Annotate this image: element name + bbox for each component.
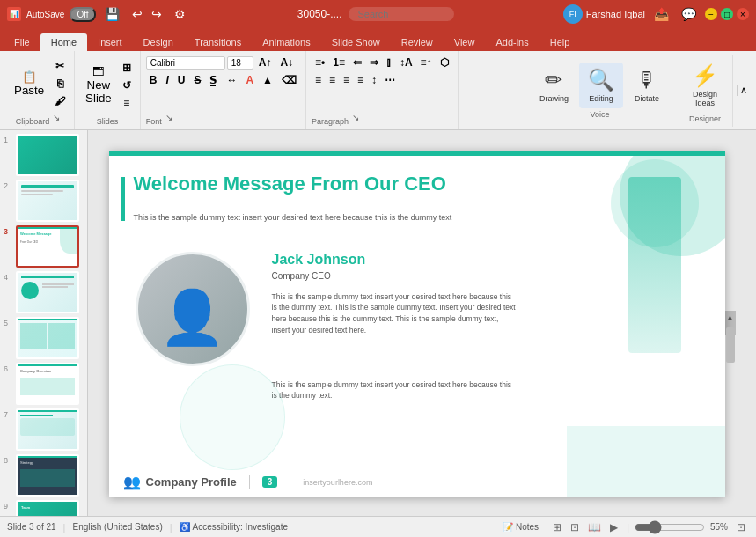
format-painter-button[interactable]: 🖌 xyxy=(51,93,69,109)
slide-item-3[interactable]: 3 Welcome Message From Our CEO xyxy=(4,225,84,268)
tab-addins[interactable]: Add-ins xyxy=(485,33,539,51)
reading-view-button[interactable]: 📖 xyxy=(584,519,605,535)
slide-thumb-3[interactable]: Welcome Message From Our CEO xyxy=(16,225,79,268)
section-button[interactable]: ≡ xyxy=(119,95,135,111)
more-para-button[interactable]: ⋯ xyxy=(381,72,399,88)
font-name-input[interactable] xyxy=(146,56,225,70)
slide-thumb-5[interactable] xyxy=(16,317,79,359)
tab-file[interactable]: File xyxy=(4,33,40,51)
line-spacing-button[interactable]: ↕ xyxy=(368,72,380,88)
bullets-button[interactable]: ≡• xyxy=(312,55,328,70)
slide-thumb-4[interactable] xyxy=(16,271,79,313)
tab-home[interactable]: Home xyxy=(40,33,87,51)
notes-button[interactable]: 📝 Notes xyxy=(497,520,544,533)
slide-thumb-2[interactable] xyxy=(16,180,79,222)
slide-title[interactable]: Welcome Message From Our CEO xyxy=(134,173,503,195)
slide-item-9[interactable]: 9 Team xyxy=(4,500,84,516)
undo-button[interactable]: ↩ xyxy=(128,5,146,23)
slide-item-5[interactable]: 5 xyxy=(4,317,84,359)
font-highlight-button[interactable]: ▲ xyxy=(259,72,276,88)
slide-item-6[interactable]: 6 Company Overview xyxy=(4,363,84,405)
vertical-scrollbar[interactable]: ▲ ▼ xyxy=(725,311,736,335)
font-grow-button[interactable]: A↑ xyxy=(255,55,275,70)
reset-button[interactable]: ↺ xyxy=(119,77,135,93)
slide-item-1[interactable]: 1 xyxy=(4,134,84,176)
slide-body-text-2[interactable]: This is the sample dummy text insert you… xyxy=(272,379,518,402)
person-title[interactable]: Company CEO xyxy=(272,271,331,281)
smartart-button[interactable]: ⬡ xyxy=(437,55,452,70)
cut-button[interactable]: ✂ xyxy=(51,58,69,74)
shadow-button[interactable]: S̲ xyxy=(206,72,221,88)
align-right-button[interactable]: ≡ xyxy=(340,72,353,88)
numbering-button[interactable]: 1≡ xyxy=(329,55,349,70)
slide-body-text-1[interactable]: This is the sample dummy text insert you… xyxy=(272,291,518,336)
copy-button[interactable]: ⎘ xyxy=(51,76,69,92)
comments-button[interactable]: 💬 xyxy=(678,5,700,23)
align-left-button[interactable]: ≡ xyxy=(312,72,325,88)
tab-transitions[interactable]: Transitions xyxy=(184,33,252,51)
font-size-input[interactable] xyxy=(227,56,253,70)
drawing-button[interactable]: ✏ Drawing xyxy=(531,63,577,108)
save-button[interactable]: 💾 xyxy=(101,5,123,23)
columns-button[interactable]: ⫿ xyxy=(383,55,395,70)
slide-thumb-9[interactable]: Team xyxy=(16,500,79,516)
decrease-indent-button[interactable]: ⇐ xyxy=(349,55,365,70)
slide-thumb-6[interactable]: Company Overview xyxy=(16,363,79,405)
clear-format-button[interactable]: ⌫ xyxy=(278,72,300,88)
close-button[interactable]: × xyxy=(737,8,749,20)
slide-canvas[interactable]: Welcome Message From Our CEO This is the… xyxy=(109,151,725,497)
strikethrough-button[interactable]: S xyxy=(190,72,204,88)
search-input[interactable] xyxy=(349,7,454,21)
slide-thumb-1[interactable] xyxy=(16,134,79,176)
tab-design[interactable]: Design xyxy=(133,33,184,51)
text-direction-button[interactable]: ↕A xyxy=(396,55,416,70)
increase-indent-button[interactable]: ⇒ xyxy=(366,55,382,70)
slideshow-button[interactable]: ▶ xyxy=(606,519,621,535)
layout-button[interactable]: ⊞ xyxy=(119,60,135,76)
tab-animations[interactable]: Animations xyxy=(252,33,320,51)
tab-view[interactable]: View xyxy=(444,33,486,51)
slide-panel[interactable]: 1 2 3 Welcome Message F xyxy=(0,130,88,516)
slide-item-8[interactable]: 8 Strategy xyxy=(4,454,84,497)
normal-view-button[interactable]: ⊞ xyxy=(549,519,565,535)
slide-sorter-button[interactable]: ⊡ xyxy=(567,519,583,535)
justify-button[interactable]: ≡ xyxy=(354,72,367,88)
editing-button[interactable]: 🔍 Editing xyxy=(579,63,623,108)
redo-button[interactable]: ↪ xyxy=(148,5,165,23)
ribbon-collapse-button[interactable]: ∧ xyxy=(737,85,749,96)
align-center-button[interactable]: ≡ xyxy=(326,72,339,88)
font-shrink-button[interactable]: A↓ xyxy=(276,55,297,70)
autosave-toggle[interactable]: Off xyxy=(70,7,95,22)
person-name[interactable]: Jack Johnson xyxy=(272,252,366,268)
italic-button[interactable]: I xyxy=(162,72,172,88)
fit-to-window-button[interactable]: ⊡ xyxy=(733,519,749,535)
bold-button[interactable]: B xyxy=(146,72,161,88)
align-text-button[interactable]: ≡↑ xyxy=(417,55,436,70)
para-expand-button[interactable]: ↘ xyxy=(350,112,361,122)
tab-insert[interactable]: Insert xyxy=(87,33,133,51)
char-spacing-button[interactable]: ↔ xyxy=(223,72,240,88)
zoom-slider[interactable] xyxy=(635,520,705,534)
dictate-button[interactable]: 🎙 Dictate xyxy=(625,63,669,108)
slide-item-4[interactable]: 4 xyxy=(4,271,84,313)
maximize-button[interactable]: □ xyxy=(721,8,733,20)
tab-slideshow[interactable]: Slide Show xyxy=(321,33,391,51)
scroll-up-button[interactable]: ▲ xyxy=(725,311,736,323)
paste-button[interactable]: 📋 Paste xyxy=(9,67,49,100)
minimize-button[interactable]: − xyxy=(705,8,717,20)
font-expand-button[interactable]: ↘ xyxy=(164,112,174,122)
underline-button[interactable]: U xyxy=(174,72,189,88)
design-ideas-button[interactable]: ⚡ DesignIdeas xyxy=(683,58,727,113)
scroll-thumb[interactable] xyxy=(726,327,735,363)
accessibility-button[interactable]: ♿ Accessibility: Investigate xyxy=(180,522,288,532)
slide-thumb-8[interactable]: Strategy xyxy=(16,454,79,497)
tab-review[interactable]: Review xyxy=(391,33,444,51)
slide-subtitle[interactable]: This is the sample dummy text insert you… xyxy=(134,212,503,224)
clipboard-expand-button[interactable]: ↘ xyxy=(51,112,62,122)
slide-thumb-7[interactable] xyxy=(16,408,79,451)
new-slide-button[interactable]: 🗔 NewSlide xyxy=(80,62,117,108)
customize-qat-button[interactable]: ⚙ xyxy=(171,5,189,23)
share-button[interactable]: 📤 xyxy=(650,5,672,23)
slide-item-2[interactable]: 2 xyxy=(4,180,84,222)
slide-item-7[interactable]: 7 xyxy=(4,408,84,451)
